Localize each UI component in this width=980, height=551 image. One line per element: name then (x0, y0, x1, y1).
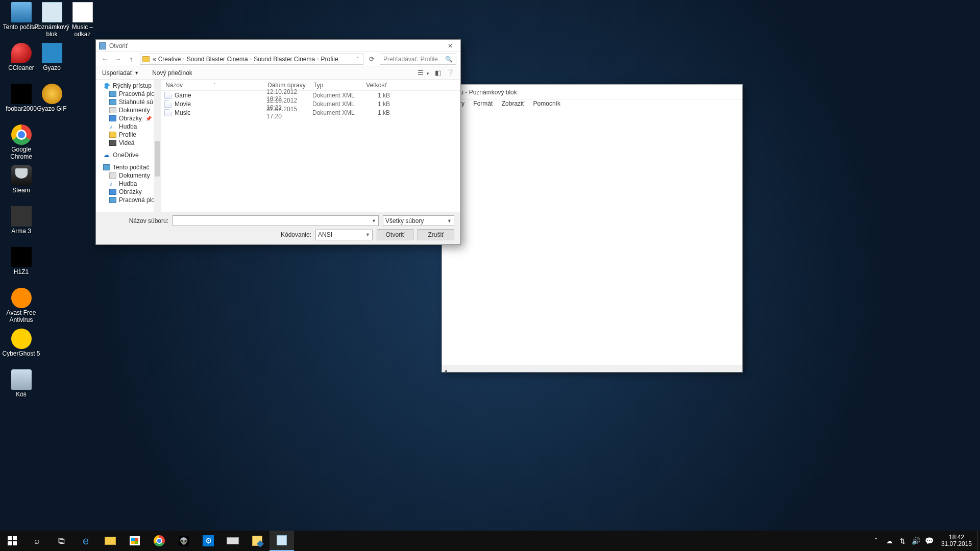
tree-node[interactable]: Dokumenty📌 (96, 106, 161, 114)
music-shortcut-icon (72, 2, 93, 22)
scroll-left-icon[interactable]: ◄ (442, 367, 449, 374)
close-button[interactable]: ✕ (443, 42, 457, 49)
desktop-icon-cyberghost[interactable]: CyberGhost 5 (2, 329, 40, 357)
tree-scrollbar[interactable] (154, 80, 161, 212)
desktop-icon-label: Gyazo GIF (33, 105, 71, 112)
notepad-menu-view[interactable]: Zobraziť (502, 100, 525, 107)
show-desktop-button[interactable] (977, 531, 980, 551)
taskbar-onscreen-keyboard[interactable] (220, 531, 245, 551)
tree-node[interactable]: ♪Hudba (96, 122, 161, 131)
taskbar-store[interactable] (122, 531, 147, 551)
tree-node[interactable]: Obrázky (96, 188, 161, 196)
dialog-nav-bar: ← → ↑ « Creative › Sound Blaster Cinema … (96, 52, 460, 66)
dialog-title: Otvoriť (109, 42, 128, 49)
breadcrumb-dropdown[interactable]: ˅ (354, 56, 361, 62)
file-row[interactable]: Music31.07.2015 17:20Dokument XML1 kB (161, 108, 460, 117)
file-size: 1 kB (358, 92, 394, 99)
help-button[interactable]: ❔ (446, 69, 454, 77)
tree-label: Hudba (119, 180, 137, 187)
file-list[interactable]: Názov ˄ Dátum úpravy Typ Veľkosť Game12.… (161, 80, 460, 212)
dialog-footer: Názov súboru: ▼ Všetky súbory ▼ Kódovani… (96, 212, 460, 244)
desktop-icon-gyazo-gif[interactable]: Gyazo GIF (33, 84, 71, 112)
tree-node[interactable]: Rýchly prístup (96, 82, 161, 90)
forward-button[interactable]: → (113, 55, 122, 64)
notepad-menu-format[interactable]: Formát (473, 100, 493, 107)
foobar-icon (11, 84, 32, 104)
keyboard-icon (227, 537, 239, 544)
task-view-button[interactable]: ⧉ (49, 531, 74, 551)
taskbar-file-explorer[interactable] (98, 531, 122, 551)
notepad-text-area[interactable] (442, 110, 742, 365)
tree-label: OneDrive (113, 152, 139, 159)
tree-node[interactable]: Pracovná plocha (96, 196, 161, 204)
encoding-select[interactable]: ANSI ▼ (315, 230, 373, 240)
cancel-button[interactable]: Zrušiť (418, 229, 454, 240)
tree-node[interactable]: ☁OneDrive (96, 151, 161, 159)
new-folder-button[interactable]: Nový priečinok (152, 69, 192, 77)
tree-label: Stiahnuté sú (119, 98, 153, 106)
navigation-tree[interactable]: Rýchly prístupPracovná plo📌Stiahnuté sú📌… (96, 80, 161, 212)
filename-input[interactable]: ▼ (173, 215, 379, 226)
notepad-horizontal-scrollbar[interactable]: ◄ (442, 365, 742, 372)
breadcrumb-seg-3[interactable]: Sound Blaster Cinema (254, 56, 315, 63)
breadcrumb-bar[interactable]: « Creative › Sound Blaster Cinema › Soun… (140, 54, 363, 65)
svg-rect-3 (13, 541, 17, 545)
column-date[interactable]: Dátum úpravy (263, 82, 309, 89)
breadcrumb-seg-0[interactable]: « (153, 56, 156, 63)
taskbar-clock[interactable]: 18:42 31.07.2015 (936, 534, 977, 547)
tree-node[interactable]: Stiahnuté sú📌 (96, 98, 161, 106)
view-options-button[interactable]: ☰ ▼ (418, 69, 430, 77)
dialog-app-icon (99, 42, 106, 49)
taskbar-foobar[interactable]: 👽 (172, 531, 196, 551)
notepad-menu-help[interactable]: Pomocník (533, 100, 560, 107)
file-filter-select[interactable]: Všetky súbory ▼ (383, 215, 454, 226)
tree-node[interactable]: ♪Hudba (96, 180, 161, 188)
breadcrumb-seg-2[interactable]: Sound Blaster Cinema (187, 56, 248, 63)
taskbar-settings[interactable]: ⚙ (196, 531, 220, 551)
tree-icon (109, 132, 116, 138)
tray-network-icon[interactable]: ⇅ (896, 537, 910, 545)
taskbar-notepad[interactable] (270, 531, 294, 551)
desktop-icon-avast[interactable]: Avast Free Antivirus (2, 288, 40, 323)
chevron-down-icon: ▼ (372, 218, 376, 223)
dialog-titlebar[interactable]: Otvoriť ✕ (96, 40, 460, 52)
start-button[interactable] (0, 531, 24, 551)
desktop-icon-h1z1[interactable]: H1Z1 (2, 247, 40, 276)
tree-node[interactable]: Dokumenty (96, 171, 161, 180)
taskbar-edge[interactable]: ｅ (74, 531, 98, 551)
column-size[interactable]: Veľkosť (355, 82, 391, 89)
desktop-icon-music-shortcut[interactable]: Music – odkaz (63, 2, 102, 38)
taskbar-search-button[interactable]: ⌕ (24, 531, 49, 551)
up-button[interactable]: ↑ (127, 55, 136, 64)
tray-volume-icon[interactable]: 🔊 (910, 537, 923, 545)
desktop-icon-gyazo[interactable]: Gyazo (33, 43, 71, 71)
column-name[interactable]: Názov ˄ (161, 82, 263, 89)
organize-menu[interactable]: Usporiadať ▼ (102, 69, 139, 77)
tree-node[interactable]: Pracovná plo📌 (96, 90, 161, 98)
tray-onedrive-icon[interactable]: ☁ (883, 537, 896, 545)
notepad-icon (42, 2, 62, 22)
desktop-icon-arma3[interactable]: Arma 3 (2, 206, 40, 235)
tree-node[interactable]: Tento počítač (96, 163, 161, 171)
breadcrumb-seg-1[interactable]: Creative (158, 56, 181, 63)
desktop-icon-chrome[interactable]: Google Chrome (2, 124, 40, 160)
search-input[interactable]: Prehľadávať: Profile 🔍 (380, 54, 456, 65)
tray-overflow-button[interactable]: ˄ (870, 537, 883, 545)
tree-node[interactable]: Obrázky📌 (96, 114, 161, 122)
taskbar-chrome[interactable] (147, 531, 172, 551)
notepad-window[interactable]: názvu - Poznámkový blok Úpravy Formát Zo… (442, 84, 743, 372)
tree-node[interactable]: Profile (96, 131, 161, 139)
breadcrumb-seg-4[interactable]: Profile (321, 56, 338, 63)
desktop-icon-steam[interactable]: Steam (2, 165, 40, 194)
gear-icon: ⚙ (203, 535, 214, 546)
preview-pane-button[interactable]: ◧ (435, 69, 441, 77)
back-button[interactable]: ← (100, 55, 109, 64)
refresh-button[interactable]: ⟳ (368, 55, 376, 63)
tray-action-center[interactable]: 💬 (923, 537, 936, 545)
open-button[interactable]: Otvoriť (377, 229, 413, 240)
desktop-icon-recycle[interactable]: Kôš (2, 369, 40, 398)
taskbar-mspaint[interactable] (245, 531, 270, 551)
tree-node[interactable]: Videá (96, 139, 161, 147)
svg-rect-1 (13, 536, 17, 540)
column-type[interactable]: Typ (309, 82, 355, 89)
